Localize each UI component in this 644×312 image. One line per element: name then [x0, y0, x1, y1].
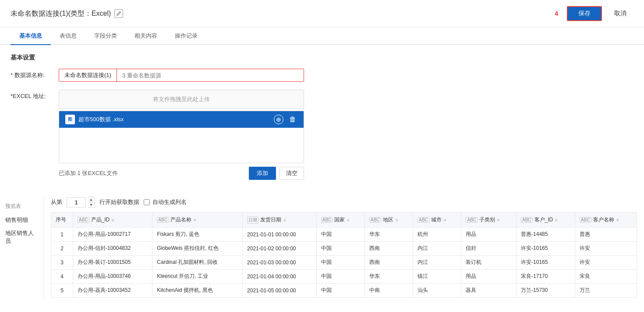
file-name: 超市500数据 .xlsx [78, 116, 124, 123]
table-cell: 器具 [461, 284, 517, 298]
sort-icon-customer-name: ∨ [616, 217, 619, 222]
row-start-input[interactable] [67, 197, 86, 207]
section-title: 基本设置 [11, 54, 633, 62]
col-city[interactable]: ABC 城市 ∨ [413, 213, 461, 228]
table-cell: 中国 [316, 270, 364, 284]
file-type-icon: 图 [65, 115, 75, 124]
table-cell: 5 [51, 284, 73, 298]
table-cell: 杭州 [413, 228, 461, 242]
table-cell: Cardinal 孔加固材料, 回收 [152, 256, 243, 270]
main-content: 基本设置 * 数据源名称: 未命名数据连接(1) *EXCEL 地址: 将文件拖… [0, 45, 644, 196]
clear-files-button[interactable]: 清空 [280, 167, 304, 180]
table-cell: 内江 [413, 256, 461, 270]
table-cell: 2021-01-05 00:00:00 [243, 284, 317, 298]
sort-icon-ship-date: ∨ [283, 217, 286, 222]
tab-related-content[interactable]: 相关内容 [126, 28, 166, 45]
table-cell: 办公用-器具-10003452 [73, 284, 152, 298]
tab-operation-log[interactable]: 操作记录 [166, 28, 206, 45]
table-cell: 西南 [364, 242, 413, 256]
table-cell: 许安 [575, 242, 637, 256]
preview-sidebar: 预览表 销售明细 地区销售人员 [0, 196, 44, 298]
col-subcategory[interactable]: ABC 子类别 ∨ [461, 213, 517, 228]
table-cell: 中国 [316, 284, 364, 298]
edit-title-icon[interactable] [114, 9, 123, 18]
file-list-empty-space [59, 128, 304, 163]
datasource-input-wrap: 未命名数据连接(1) [59, 69, 304, 82]
col-customer-id[interactable]: ABC 客户_ID ∨ [517, 213, 575, 228]
datasource-label: * 数据源名称: [11, 69, 59, 79]
table-cell: KitchenAid 搅拌机, 黑色 [152, 284, 243, 298]
sidebar-title: 预览表 [0, 201, 43, 214]
datasource-name-row: * 数据源名称: 未命名数据连接(1) [11, 69, 633, 82]
data-table: 序号 ABC 产品_ID ∨ ABC 产品名称 ∨ [51, 212, 637, 298]
table-row: 3办公用-装订-10001505Cardinal 孔加固材料, 回收2021-0… [51, 256, 637, 270]
cancel-button[interactable]: 取消 [607, 7, 633, 20]
file-refresh-icon[interactable]: ⊕ [274, 115, 283, 124]
sidebar-item-region-sales[interactable]: 地区销售人员 [0, 227, 43, 248]
table-cell: 万兰 [575, 284, 637, 298]
sort-icon-country: ∨ [347, 217, 350, 222]
row-suffix-label: 行开始获取数据 [99, 198, 139, 206]
sort-icon-product-name: ∨ [193, 217, 196, 222]
upload-area: 将文件拖拽至此处上传 图 超市500数据 .xlsx ⊕ 🗑 [59, 90, 304, 180]
excel-address-row: *EXCEL 地址: 将文件拖拽至此处上传 图 超市500数据 .xlsx ⊕ [11, 90, 633, 180]
tab-table-info[interactable]: 表信息 [51, 28, 85, 45]
upload-note: 已添加 1 张EXCEL文件 [59, 169, 118, 177]
tab-field-classify[interactable]: 字段分类 [85, 28, 126, 45]
datasource-field: 未命名数据连接(1) [59, 69, 633, 82]
table-cell: 宋良 [575, 270, 637, 284]
table-body: 1办公用-用品-10002717Fiskars 剪刀, 蓝色2021-01-01… [51, 228, 637, 298]
file-delete-icon[interactable]: 🗑 [288, 115, 297, 124]
table-row: 2办公用-信封-10004832GlobeWeis 搭扣信封, 红色2021-0… [51, 242, 637, 256]
table-cell: Fiskars 剪刀, 蓝色 [152, 228, 243, 242]
header-actions: 4 保存 取消 [555, 6, 633, 21]
preview-toolbar: 从第 ▲ ▼ 行开始获取数据 自动生成列名 [51, 196, 637, 208]
spin-up-button[interactable]: ▲ [88, 197, 95, 202]
table-cell: 镇江 [413, 270, 461, 284]
row-number-spinner: ▲ ▼ [88, 196, 95, 208]
auto-gen-label[interactable]: 自动生成列名 [144, 198, 187, 206]
table-row: 4办公用-用品-10003746Kleencut 开信刀, 工业2021-01-… [51, 270, 637, 284]
table-cell: 2 [51, 242, 73, 256]
table-cell: 办公用-信封-10004832 [73, 242, 152, 256]
table-cell: 2021-01-01 00:00:00 [243, 228, 317, 242]
header-row: 序号 ABC 产品_ID ∨ ABC 产品名称 ∨ [51, 213, 637, 228]
file-list-container: 图 超市500数据 .xlsx ⊕ 🗑 [59, 111, 304, 163]
header: 未命名数据连接(1)(类型：Excel) 4 保存 取消 [0, 0, 644, 28]
table-cell: 用品 [461, 228, 517, 242]
col-country[interactable]: ABC 国家 ∨ [316, 213, 364, 228]
table-row: 1办公用-用品-10002717Fiskars 剪刀, 蓝色2021-01-01… [51, 228, 637, 242]
table-row: 5办公用-器具-10003452KitchenAid 搅拌机, 黑色2021-0… [51, 284, 637, 298]
table-cell: 3 [51, 256, 73, 270]
sort-icon-region: ∨ [395, 217, 398, 222]
col-ship-date[interactable]: 日期 发货日期 ∨ [243, 213, 317, 228]
sort-icon-city: ∨ [443, 217, 446, 222]
auto-gen-checkbox[interactable] [144, 199, 150, 205]
excel-field: 将文件拖拽至此处上传 图 超市500数据 .xlsx ⊕ 🗑 [59, 90, 633, 180]
step-badge: 4 [555, 10, 558, 17]
col-product-name[interactable]: ABC 产品名称 ∨ [152, 213, 243, 228]
row-input-wrap: ▲ ▼ [67, 196, 95, 208]
upload-drop-zone[interactable]: 将文件拖拽至此处上传 [59, 90, 304, 109]
datasource-rename-input[interactable] [117, 70, 304, 81]
table-cell: 华东 [364, 228, 413, 242]
sidebar-item-sales-detail[interactable]: 销售明细 [0, 214, 43, 227]
table-cell: 2021-01-02 00:00:00 [243, 242, 317, 256]
table-cell: 万兰-15730 [517, 284, 575, 298]
table-cell: 用品 [461, 270, 517, 284]
table-cell: 中南 [364, 284, 413, 298]
file-item: 图 超市500数据 .xlsx ⊕ 🗑 [59, 111, 304, 128]
spin-down-button[interactable]: ▼ [88, 202, 95, 207]
col-region[interactable]: ABC 地区 ∨ [364, 213, 413, 228]
table-cell: 4 [51, 270, 73, 284]
tab-basic-info[interactable]: 基本信息 [11, 28, 51, 45]
title-text: 未命名数据连接(1)(类型：Excel) [11, 9, 111, 18]
table-cell: 许安 [575, 256, 637, 270]
col-seq: 序号 [51, 213, 73, 228]
col-customer-name[interactable]: ABC 客户名称 ∨ [575, 213, 637, 228]
save-button[interactable]: 保存 [567, 6, 602, 21]
add-file-button[interactable]: 添加 [249, 167, 276, 180]
table-cell: 1 [51, 228, 73, 242]
col-product-id[interactable]: ABC 产品_ID ∨ [73, 213, 152, 228]
datasource-current-name: 未命名数据连接(1) [59, 69, 117, 81]
